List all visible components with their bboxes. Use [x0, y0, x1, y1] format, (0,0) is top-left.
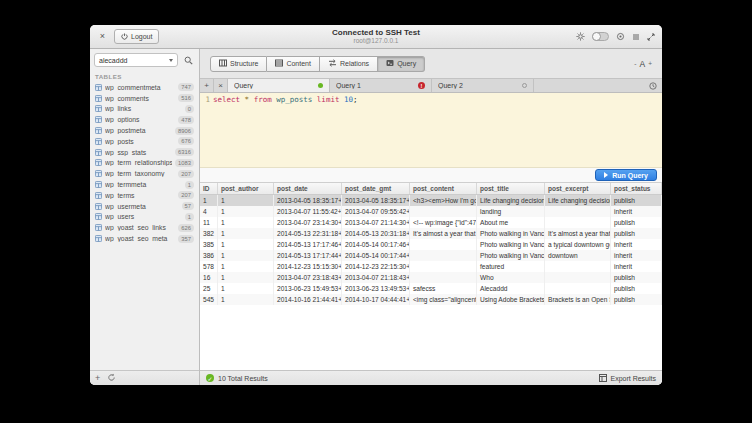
- brightness-icon[interactable]: [616, 32, 625, 41]
- result-row-385[interactable]: 38512014-05-13 17:17:46+02014-05-14 00:1…: [200, 239, 662, 250]
- cell: 1: [218, 250, 274, 261]
- query-history-icon[interactable]: [644, 79, 662, 92]
- result-row-545[interactable]: 54512014-10-16 21:44:41+02014-10-17 04:4…: [200, 294, 662, 305]
- sidebar-table-wp_users[interactable]: wp_users1: [90, 212, 199, 223]
- row-count-badge: 1: [185, 213, 194, 221]
- refresh-button[interactable]: [107, 373, 116, 384]
- cell: 2014-10-17 04:44:41+0: [342, 294, 410, 305]
- row-count-badge: 207: [178, 191, 194, 199]
- cell: 1: [218, 272, 274, 283]
- add-query-tab-button[interactable]: +: [200, 79, 214, 92]
- column-header-post_author[interactable]: post_author: [218, 183, 274, 194]
- cell: 25: [200, 283, 218, 294]
- column-header-post_status[interactable]: post_status: [611, 183, 662, 194]
- result-row-4[interactable]: 412013-04-07 11:55:42+02013-04-07 09:55:…: [200, 206, 662, 217]
- table-name: wp_ssp_stats: [105, 149, 172, 156]
- font-size-control[interactable]: - A +: [634, 59, 652, 69]
- column-header-post_date[interactable]: post_date: [274, 183, 342, 194]
- table-name: wp_yoast_seo_meta: [105, 235, 175, 242]
- sidebar-table-wp_commentmeta[interactable]: wp_commentmeta747: [90, 82, 199, 93]
- result-row-25[interactable]: 2512013-06-23 15:49:53+02013-06-23 13:49…: [200, 283, 662, 294]
- app-window: × Logout Connected to SSH Test root@127.…: [90, 25, 662, 385]
- result-row-578[interactable]: 57812014-12-23 15:15:30+02014-12-23 22:1…: [200, 261, 662, 272]
- row-count-badge: 6316: [175, 148, 194, 156]
- cell: [410, 272, 477, 283]
- cell: <!-- wp:image {"id":4786}: [410, 217, 477, 228]
- result-row-386[interactable]: 38612014-05-13 17:17:44+02014-05-14 00:1…: [200, 250, 662, 261]
- column-header-post_date_gmt[interactable]: post_date_gmt: [342, 183, 410, 194]
- headerbar: × Logout Connected to SSH Test root@127.…: [90, 25, 662, 49]
- window-close-button[interactable]: ×: [97, 31, 108, 42]
- logout-button[interactable]: Logout: [114, 29, 159, 44]
- row-count-badge: 357: [178, 235, 194, 243]
- sidebar-table-wp_term_relationships[interactable]: wp_term_relationships1083: [90, 158, 199, 169]
- sidebar-table-wp_ssp_stats[interactable]: wp_ssp_stats6316: [90, 147, 199, 158]
- font-increase-button[interactable]: +: [648, 60, 652, 67]
- sidebar-table-wp_postmeta[interactable]: wp_postmeta8906: [90, 125, 199, 136]
- row-count-badge: 478: [178, 116, 194, 124]
- cell: 2013-04-07 09:55:42+0: [342, 206, 410, 217]
- row-count-badge: 207: [178, 170, 194, 178]
- sidebar-table-wp_term_taxonomy[interactable]: wp_term_taxonomy207: [90, 168, 199, 179]
- font-decrease-button[interactable]: -: [634, 60, 636, 67]
- sidebar-table-wp_posts[interactable]: wp_posts676: [90, 136, 199, 147]
- logout-label: Logout: [131, 33, 152, 40]
- fullscreen-icon[interactable]: [647, 33, 655, 41]
- database-selector-value: alecaddd: [99, 57, 127, 64]
- sidebar-table-wp_yoast_seo_links[interactable]: wp_yoast_seo_links626: [90, 222, 199, 233]
- sidebar-table-wp_links[interactable]: wp_links0: [90, 104, 199, 115]
- run-query-bar: Run Query: [200, 167, 662, 183]
- dark-mode-toggle[interactable]: [592, 32, 609, 41]
- cell: landing: [477, 206, 545, 217]
- table-name: wp_links: [105, 105, 182, 112]
- menu-icon[interactable]: [632, 33, 640, 41]
- query-editor[interactable]: 1 select * from wp_posts limit 10;: [200, 93, 662, 167]
- close-query-tab-button[interactable]: ×: [214, 79, 228, 92]
- result-row-16[interactable]: 1612013-04-07 23:18:43+02013-04-07 21:18…: [200, 272, 662, 283]
- sidebar-table-wp_termmeta[interactable]: wp_termmeta1: [90, 179, 199, 190]
- column-header-post_title[interactable]: post_title: [477, 183, 545, 194]
- search-button[interactable]: [181, 53, 195, 67]
- row-count-badge: 676: [178, 137, 194, 145]
- add-table-button[interactable]: +: [95, 374, 100, 383]
- table-icon: [95, 192, 102, 199]
- cell: a typical downtown goose: [545, 239, 611, 250]
- column-header-ID[interactable]: ID: [200, 183, 218, 194]
- tab-structure[interactable]: Structure: [210, 56, 267, 72]
- tab-content[interactable]: Content: [267, 56, 320, 72]
- cell: inherit: [611, 261, 662, 272]
- cell: 2013-06-23 15:49:53+0: [274, 283, 342, 294]
- sidebar-table-wp_options[interactable]: wp_options478: [90, 114, 199, 125]
- result-row-382[interactable]: 38212014-05-13 22:31:18+02014-05-13 20:3…: [200, 228, 662, 239]
- query-tab-2[interactable]: Query 2: [432, 79, 534, 92]
- cell: 2013-04-07 23:14:30+0: [274, 217, 342, 228]
- database-selector[interactable]: alecaddd: [94, 53, 178, 67]
- result-row-1[interactable]: 112013-04-05 18:35:17+02013-04-05 18:35:…: [200, 195, 662, 206]
- sidebar-table-wp_comments[interactable]: wp_comments516: [90, 93, 199, 104]
- cell: 545: [200, 294, 218, 305]
- result-row-11[interactable]: 1112013-04-07 23:14:30+02013-04-07 21:14…: [200, 217, 662, 228]
- column-header-post_excerpt[interactable]: post_excerpt: [545, 183, 611, 194]
- table-icon: [95, 105, 102, 112]
- query-tab-0[interactable]: Query: [228, 79, 330, 92]
- tab-relations[interactable]: Relations: [320, 56, 378, 72]
- gear-icon[interactable]: [576, 32, 585, 41]
- column-header-post_content[interactable]: post_content: [410, 183, 477, 194]
- cell: publish: [611, 294, 662, 305]
- cell: 2013-04-07 23:18:43+0: [274, 272, 342, 283]
- query-tab-1[interactable]: Query 1 !: [330, 79, 432, 92]
- cell: 2013-04-07 11:55:42+0: [274, 206, 342, 217]
- cell: publish: [611, 228, 662, 239]
- table-icon: [95, 170, 102, 177]
- run-query-button[interactable]: Run Query: [595, 169, 657, 181]
- sidebar-table-wp_terms[interactable]: wp_terms207: [90, 190, 199, 201]
- table-name: wp_commentmeta: [105, 84, 175, 91]
- sidebar-table-wp_usermeta[interactable]: wp_usermeta57: [90, 201, 199, 212]
- row-count-badge: 8906: [175, 127, 194, 135]
- sidebar-table-wp_yoast_seo_meta[interactable]: wp_yoast_seo_meta357: [90, 233, 199, 244]
- success-check-icon: ✓: [206, 374, 214, 382]
- tab-query[interactable]: Query: [378, 56, 425, 72]
- export-results-button[interactable]: Export Results: [599, 374, 656, 383]
- content-icon: [275, 59, 283, 68]
- cell: [410, 250, 477, 261]
